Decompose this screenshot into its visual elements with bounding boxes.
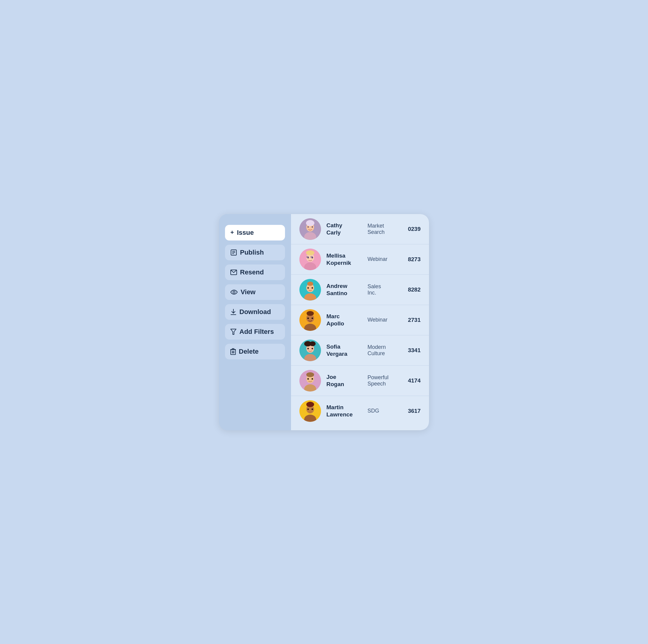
person-name-container: AndrewSantino xyxy=(326,283,362,297)
person-id: 3341 xyxy=(402,347,421,354)
svg-point-53 xyxy=(312,378,313,380)
svg-point-59 xyxy=(312,408,313,410)
table-row: CathyCarly MarketSearch 0239 xyxy=(291,214,429,244)
person-id: 2731 xyxy=(402,317,421,324)
issue-button[interactable]: + Issue xyxy=(225,225,285,241)
person-org: ModernCulture xyxy=(368,344,397,357)
app-container: + Issue Publish Resend xyxy=(219,214,429,430)
svg-point-18 xyxy=(306,220,314,226)
person-org: SDG xyxy=(368,408,397,414)
svg-point-52 xyxy=(308,378,309,380)
person-org: MarketSearch xyxy=(368,223,397,235)
table-row: JoeRogan PowerfulSpeech 4174 xyxy=(291,366,429,396)
person-id: 4174 xyxy=(402,378,421,384)
svg-point-57 xyxy=(306,402,314,407)
svg-point-19 xyxy=(308,227,309,228)
avatar xyxy=(300,218,321,240)
person-name: JoeRogan xyxy=(326,374,362,388)
svg-point-58 xyxy=(308,408,309,410)
person-org: Webinar xyxy=(368,256,397,262)
sidebar: + Issue Publish Resend xyxy=(219,214,291,430)
person-name: MellisaKopernik xyxy=(326,252,362,266)
resend-button-label: Resend xyxy=(240,268,264,276)
view-button[interactable]: View xyxy=(225,284,285,300)
person-org: Webinar xyxy=(368,317,397,323)
svg-point-5 xyxy=(233,291,235,293)
publish-icon xyxy=(230,249,237,256)
person-name: SofiaVergara xyxy=(326,343,362,358)
view-icon xyxy=(230,289,237,295)
table-row: AndrewSantino SalesInc. 8282 xyxy=(291,275,429,305)
avatar xyxy=(300,249,321,270)
svg-point-40 xyxy=(312,317,313,319)
svg-point-20 xyxy=(312,227,313,228)
table-row: MellisaKopernik Webinar 8273 xyxy=(291,244,429,275)
publish-button-label: Publish xyxy=(240,249,264,256)
person-org: PowerfulSpeech xyxy=(368,375,397,387)
svg-point-38 xyxy=(307,311,314,316)
filter-icon xyxy=(230,329,236,335)
person-org: SalesInc. xyxy=(368,284,397,296)
plus-icon: + xyxy=(230,229,234,236)
avatar xyxy=(300,279,321,301)
issue-button-label: Issue xyxy=(237,229,254,237)
person-id: 0239 xyxy=(402,226,421,232)
svg-point-32 xyxy=(307,282,313,286)
resend-icon xyxy=(230,269,237,275)
main-content: CathyCarly MarketSearch 0239 xyxy=(291,214,429,430)
download-icon xyxy=(230,309,236,315)
avatar xyxy=(300,309,321,331)
person-name: AndrewSantino xyxy=(326,283,362,297)
add-filters-button[interactable]: Add Filters xyxy=(225,324,285,340)
svg-point-51 xyxy=(306,372,314,377)
delete-button[interactable]: Delete xyxy=(225,344,285,359)
avatar xyxy=(300,340,321,361)
person-name-container: MartinLawrence xyxy=(326,404,362,418)
svg-marker-8 xyxy=(231,329,236,335)
person-name: MartinLawrence xyxy=(326,404,362,418)
svg-point-45 xyxy=(310,341,316,346)
person-name-container: MellisaKopernik xyxy=(326,252,362,266)
delete-button-label: Delete xyxy=(239,348,259,355)
svg-point-47 xyxy=(312,348,313,349)
publish-button[interactable]: Publish xyxy=(225,245,285,260)
table-row: SofiaVergara ModernCulture 3341 xyxy=(291,335,429,366)
person-id: 8282 xyxy=(402,286,421,293)
delete-icon xyxy=(230,348,236,355)
svg-point-24 xyxy=(306,250,314,255)
svg-point-34 xyxy=(312,287,313,289)
person-name-container: SofiaVergara xyxy=(326,343,362,358)
download-button[interactable]: Download xyxy=(225,304,285,320)
avatar xyxy=(300,370,321,392)
view-button-label: View xyxy=(240,288,256,296)
table-row: MarcApollo Webinar 2731 xyxy=(291,305,429,335)
resend-button[interactable]: Resend xyxy=(225,264,285,280)
person-id: 8273 xyxy=(402,256,421,263)
svg-point-39 xyxy=(308,317,309,319)
person-name-container: JoeRogan xyxy=(326,374,362,388)
download-button-label: Download xyxy=(239,308,271,316)
svg-point-46 xyxy=(308,348,309,349)
add-filters-button-label: Add Filters xyxy=(239,328,274,336)
svg-point-33 xyxy=(308,287,309,289)
person-name-container: MarcApollo xyxy=(326,313,362,327)
avatar xyxy=(300,400,321,422)
person-name-container: CathyCarly xyxy=(326,222,362,236)
person-name: CathyCarly xyxy=(326,222,362,236)
table-row: MartinLawrence SDG 3617 xyxy=(291,396,429,426)
person-name: MarcApollo xyxy=(326,313,362,327)
person-id: 3617 xyxy=(402,408,421,414)
